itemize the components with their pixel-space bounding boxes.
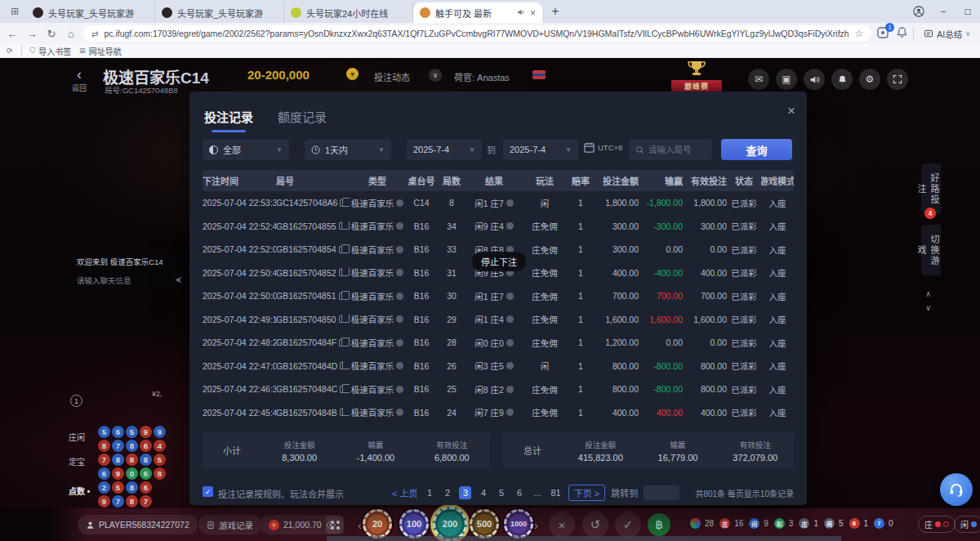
bookmark-import[interactable]: ⛉ 导入书签 <box>30 45 72 57</box>
chevron-up-icon[interactable]: ∧ <box>925 289 931 298</box>
copy-icon[interactable] <box>340 362 346 369</box>
rebet-button[interactable]: ↺ <box>582 512 608 538</box>
info-dot-icon[interactable] <box>506 386 514 393</box>
info-dot-icon[interactable] <box>506 199 514 207</box>
info-dot-icon[interactable] <box>396 199 403 207</box>
copy-icon[interactable] <box>339 315 345 323</box>
round-search-input[interactable] <box>648 145 706 154</box>
send-icon[interactable] <box>174 275 183 284</box>
reload-icon[interactable]: ↻ <box>44 28 59 40</box>
settings-gear-icon[interactable]: ⚙ <box>859 69 880 90</box>
tab-audio-icon[interactable] <box>517 8 525 18</box>
page-number[interactable]: 4 <box>477 486 489 499</box>
copy-icon[interactable] <box>339 222 345 230</box>
chips-left-chevron[interactable]: ‹ <box>358 518 362 532</box>
copy-icon[interactable] <box>339 246 345 253</box>
copy-icon[interactable] <box>340 199 346 207</box>
copy-icon[interactable] <box>339 293 345 300</box>
notification-bell-icon[interactable] <box>896 26 908 42</box>
table-row[interactable]: 2025-07-04 22:50:04GB1625704851极速百家乐B163… <box>203 284 794 308</box>
info-dot-icon[interactable] <box>396 246 403 253</box>
speaker-icon[interactable] <box>804 69 825 90</box>
info-dot-icon[interactable] <box>396 315 403 323</box>
page-number[interactable]: 81 <box>549 486 562 499</box>
page-number[interactable]: 6 <box>513 486 525 499</box>
tab-good-road-betting[interactable]: 好路投注 <box>921 163 941 214</box>
coin-icon[interactable]: ▾ <box>346 68 359 80</box>
info-dot-icon[interactable] <box>506 222 514 230</box>
jump-page-input[interactable] <box>644 485 679 500</box>
browser-tab[interactable]: 触手可及 最新× <box>413 2 542 23</box>
bonus-button[interactable]: ฿ <box>648 513 670 536</box>
info-dot-icon[interactable] <box>396 293 403 300</box>
copy-icon[interactable] <box>339 339 345 347</box>
table-row[interactable]: 2025-07-04 22:49:16GB1625704850极速百家乐B162… <box>203 308 794 332</box>
bookmark-star-icon[interactable]: ☆ <box>854 28 863 39</box>
tab-switch-game[interactable]: 切换游戏 <box>921 225 941 275</box>
bell-icon[interactable] <box>831 69 853 90</box>
tab-quota-records[interactable]: 额度记录 <box>278 108 327 125</box>
game-records-button[interactable]: 游戏记录 <box>198 515 261 534</box>
page-number[interactable]: 2 <box>441 486 453 499</box>
table-row[interactable]: 2025-07-04 22:45:48GB162570484B极速百家乐B162… <box>203 401 794 425</box>
back-chevron-icon[interactable]: ‹ <box>77 66 82 83</box>
copy-icon[interactable] <box>340 409 346 416</box>
browser-tab[interactable]: 头号玩家_头号玩家游 <box>26 2 155 23</box>
tab-close-icon[interactable]: × <box>530 7 536 19</box>
sync-icon[interactable]: ⟳ <box>7 47 13 55</box>
browser-tab[interactable]: 头号玩家_头号玩家游 <box>155 2 284 23</box>
back-icon[interactable]: ← <box>5 28 20 40</box>
info-dot-icon[interactable] <box>396 409 403 416</box>
filter-type-dropdown[interactable]: 全部 ▼ <box>203 139 289 160</box>
new-tab-button[interactable]: + <box>546 2 565 21</box>
page-number[interactable]: 1 <box>423 486 435 499</box>
extension-icon[interactable]: 1 <box>876 26 891 41</box>
round-search-box[interactable] <box>629 139 712 160</box>
info-dot-icon[interactable] <box>506 362 514 369</box>
info-dot-icon[interactable] <box>506 339 514 347</box>
ai-summary-button[interactable]: AI总结 ∨ <box>919 26 975 42</box>
page-number[interactable]: 5 <box>495 486 507 499</box>
site-settings-icon[interactable]: ⇄ <box>91 29 98 38</box>
info-dot-icon[interactable] <box>396 269 403 276</box>
confirm-bet-button[interactable]: ✓ <box>615 512 641 538</box>
filter-range-dropdown[interactable]: 1天内 ▼ <box>305 139 391 160</box>
chip-500[interactable]: 500 <box>470 509 499 539</box>
fullscreen-icon[interactable] <box>887 69 908 90</box>
table-row[interactable]: 2025-07-04 22:48:24GB162570484F极速百家乐B162… <box>203 331 794 355</box>
prev-page-button[interactable]: < 上页 <box>392 486 417 499</box>
table-row[interactable]: 2025-07-04 22:52:41GB1625704855极速百家乐B163… <box>203 215 794 239</box>
merge-checkbox[interactable]: ✓ <box>203 486 213 497</box>
banker-ask-road-pill[interactable]: 庄 <box>918 516 956 533</box>
table-row[interactable]: 2025-07-04 22:46:31GB162570484C极速百家乐B162… <box>203 378 794 401</box>
customer-service-button[interactable] <box>940 473 973 506</box>
query-button[interactable]: 查询 <box>721 139 792 160</box>
forward-icon[interactable]: → <box>24 28 39 40</box>
bet-dynamic-label[interactable]: 投注动态 <box>374 70 410 83</box>
tab-betting-records[interactable]: 投注记录 <box>204 108 253 125</box>
info-dot-icon[interactable] <box>506 409 514 416</box>
browser-tab[interactable]: 头号玩家24小时在线 <box>284 2 413 23</box>
player-ask-road-pill[interactable]: 闲 <box>954 516 980 533</box>
filter-date-to[interactable]: 2025-7-4 ▼ <box>503 139 578 160</box>
mail-icon[interactable]: ✉ <box>748 69 769 90</box>
chip-1000[interactable]: 1000 <box>504 509 533 539</box>
next-page-button[interactable]: 下页 > <box>568 485 605 501</box>
close-icon[interactable]: × <box>787 103 795 119</box>
cancel-bet-button[interactable]: × <box>549 512 575 538</box>
address-omnibox[interactable]: ⇄ pc.ifugf.com:17039/egret/game/2002/256… <box>83 25 871 42</box>
dice-toggle-icon[interactable] <box>326 516 344 534</box>
chevron-down-icon[interactable]: ∨ <box>925 303 931 312</box>
info-dot-icon[interactable] <box>396 222 403 230</box>
maximize-button[interactable]: □ <box>956 0 980 23</box>
copy-icon[interactable] <box>340 386 346 393</box>
info-dot-icon[interactable] <box>396 339 403 347</box>
chips-right-chevron[interactable]: › <box>534 518 538 532</box>
chat-input[interactable]: 请输入聊天信息 <box>69 272 190 288</box>
back-label[interactable]: 返回 <box>72 83 87 93</box>
table-row[interactable]: 2025-07-04 22:47:07GB162570484D极速百家乐B162… <box>203 355 794 378</box>
table-row[interactable]: 2025-07-04 22:53:32GC14257048A6极速百家乐C148… <box>203 191 794 215</box>
filter-date-from[interactable]: 2025-7-4 ▼ <box>407 139 482 160</box>
chip-20[interactable]: 20 <box>363 509 392 539</box>
info-dot-icon[interactable] <box>396 362 403 369</box>
